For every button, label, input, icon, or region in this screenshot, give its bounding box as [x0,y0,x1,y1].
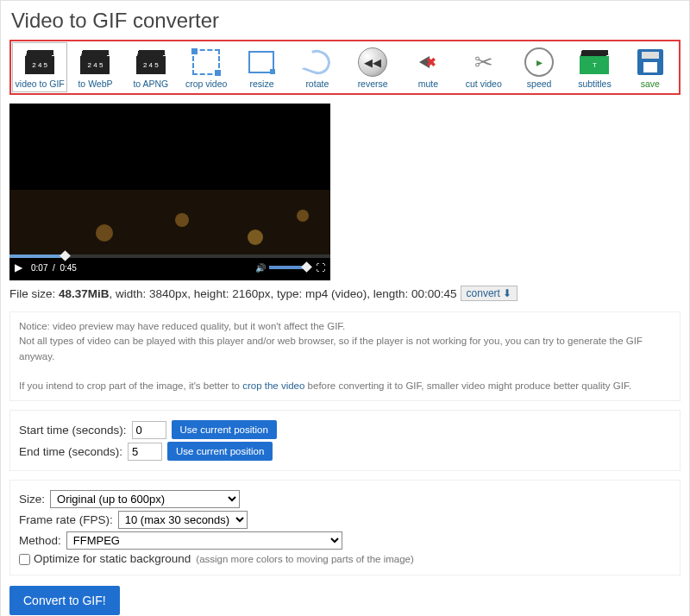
tool-label: to APNG [133,79,168,89]
tool-label: save [641,79,660,89]
cut-icon: ✂ [468,47,499,78]
resize-icon [246,47,277,78]
tool-to-apng[interactable]: 2 4 5to APNG [123,42,179,92]
tool-video-to-gif[interactable]: 2 4 5video to GIF [12,42,67,92]
tool-label: subtitles [578,79,612,89]
clapper-icon: 2 4 5 [135,47,166,78]
progress-bar[interactable] [9,255,330,258]
tool-mute[interactable]: ✖mute [400,42,455,92]
method-select[interactable]: FFMPEG [66,531,342,550]
start-time-input[interactable] [132,421,166,439]
tool-crop-video[interactable]: crop video [179,42,234,92]
tool-label: to WebP [78,79,112,89]
svg-point-2 [96,224,113,242]
options-section: Size: Original (up to 600px) Frame rate … [9,480,681,575]
mute-icon: ✖ [412,47,443,78]
tool-label: video to GIF [16,79,65,89]
convert-link[interactable]: convert ⬇ [461,286,518,301]
tool-label: speed [527,79,552,89]
tool-cut-video[interactable]: ✂cut video [456,42,511,92]
page-title: Video to GIF converter [11,9,681,33]
use-current-start-button[interactable]: Use current position [172,420,277,439]
tool-resize[interactable]: resize [234,42,289,92]
tool-label: cut video [466,79,502,89]
tool-label: mute [418,79,438,89]
svg-point-5 [297,210,309,222]
notice-box: Notice: video preview may have reduced q… [9,311,681,401]
fullscreen-button[interactable]: ⛶ [316,262,325,273]
time-range-section: Start time (seconds): Use current positi… [9,410,681,471]
tool-speed[interactable]: speed [511,42,567,92]
toolbar: 2 4 5video to GIF 2 4 5to WebP 2 4 5to A… [9,40,681,95]
tool-subtitles[interactable]: Tsubtitles [567,42,622,92]
save-icon [635,47,666,78]
tool-reverse[interactable]: ◀◀reverse [345,42,400,92]
optimize-note: (assign more colors to moving parts of t… [196,554,413,564]
play-button[interactable]: ▶ [15,261,22,273]
video-preview[interactable]: ▶ 0:07 / 0:45 🔊 ⛶ [9,104,330,280]
tool-save[interactable]: save [623,42,678,92]
size-label: Size: [19,493,45,506]
tool-rotate[interactable]: rotate [290,42,345,92]
method-label: Method: [19,534,61,547]
download-icon: ⬇ [503,287,511,299]
time-display: 0:07 / 0:45 [31,263,255,273]
end-time-input[interactable] [128,443,162,461]
tool-to-webp[interactable]: 2 4 5to WebP [67,42,122,92]
end-time-label: End time (seconds): [19,445,122,458]
svg-point-3 [175,213,189,227]
tool-label: reverse [358,79,388,89]
tool-label: rotate [305,79,329,89]
tool-label: crop video [185,79,227,89]
optimize-checkbox-label[interactable]: Optimize for static background [19,552,191,565]
convert-to-gif-button[interactable]: Convert to GIF! [9,586,120,615]
clapper-icon: 2 4 5 [79,47,110,78]
file-info: File size: 48.37MiB, width: 3840px, heig… [9,286,681,301]
speed-icon [524,47,555,78]
crop-video-link[interactable]: crop the video [242,380,304,391]
svg-rect-1 [9,190,330,259]
use-current-end-button[interactable]: Use current position [167,442,273,461]
fps-select[interactable]: 10 (max 30 seconds) [118,511,248,529]
volume-control[interactable]: 🔊 [255,263,309,273]
rotate-icon [302,47,333,78]
subtitles-icon: T [579,47,610,78]
clapper-icon: 2 4 5 [24,47,55,78]
reverse-icon: ◀◀ [357,47,388,78]
start-time-label: Start time (seconds): [19,424,127,437]
fps-label: Frame rate (FPS): [19,513,113,526]
size-select[interactable]: Original (up to 600px) [50,490,240,508]
svg-point-4 [248,229,263,245]
video-controls: ▶ 0:07 / 0:45 🔊 ⛶ [9,255,330,280]
crop-icon [191,47,222,78]
tool-label: resize [249,79,273,89]
volume-icon: 🔊 [255,263,266,273]
optimize-checkbox[interactable] [19,554,30,565]
